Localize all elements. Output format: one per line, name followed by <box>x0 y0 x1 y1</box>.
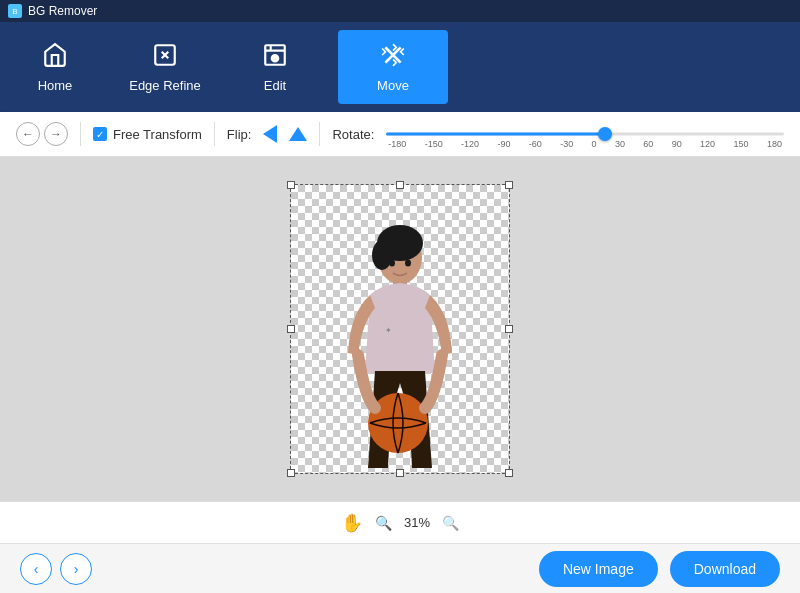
nav-arrows-group: ‹ › <box>20 553 92 585</box>
zoom-level: 31% <box>404 515 430 530</box>
scale-labels: -180 -150 -120 -90 -60 -30 0 30 60 90 12… <box>386 139 784 149</box>
free-transform-group[interactable]: ✓ Free Transform <box>93 127 202 142</box>
move-icon <box>380 42 406 72</box>
toolbar: ← → ✓ Free Transform Flip: Rotate: -180 … <box>0 112 800 157</box>
flip-label: Flip: <box>227 127 252 142</box>
nav-home-label: Home <box>38 78 73 93</box>
nav-move[interactable]: Move <box>338 30 448 104</box>
grab-icon[interactable]: ✋ <box>341 512 363 534</box>
nav-edit-label: Edit <box>264 78 286 93</box>
nav-edge-refine-label: Edge Refine <box>129 78 201 93</box>
nav-home[interactable]: Home <box>0 22 110 112</box>
svg-point-11 <box>405 260 411 267</box>
slider-fill <box>386 133 605 136</box>
action-buttons-group: New Image Download <box>539 551 780 587</box>
title-bar: B BG Remover <box>0 0 800 22</box>
handle-top-middle[interactable] <box>396 181 404 189</box>
new-image-button[interactable]: New Image <box>539 551 658 587</box>
svg-point-7 <box>372 240 392 270</box>
zoom-in-icon[interactable]: 🔍 <box>375 515 392 531</box>
handle-middle-right[interactable] <box>505 325 513 333</box>
undo-button[interactable]: ← <box>16 122 40 146</box>
handle-bottom-right[interactable] <box>505 469 513 477</box>
undo-redo-group: ← → <box>16 122 68 146</box>
home-icon <box>42 42 68 72</box>
handle-bottom-middle[interactable] <box>396 469 404 477</box>
nav-edit[interactable]: Edit <box>220 22 330 112</box>
svg-point-10 <box>389 260 395 267</box>
zoom-out-icon[interactable]: 🔍 <box>442 515 459 531</box>
zoom-bar: ✋ 🔍 31% 🔍 <box>0 501 800 543</box>
separator-2 <box>214 122 215 146</box>
action-bar: ‹ › New Image Download <box>0 543 800 593</box>
edge-refine-icon <box>152 42 178 72</box>
redo-button[interactable]: → <box>44 122 68 146</box>
free-transform-checkbox[interactable]: ✓ <box>93 127 107 141</box>
svg-point-2 <box>272 55 279 62</box>
prev-button[interactable]: ‹ <box>20 553 52 585</box>
canvas-area[interactable]: ✦ <box>0 157 800 501</box>
handle-bottom-left[interactable] <box>287 469 295 477</box>
free-transform-label: Free Transform <box>113 127 202 142</box>
flip-horizontal-button[interactable] <box>263 125 277 143</box>
separator-1 <box>80 122 81 146</box>
app-title: BG Remover <box>28 4 97 18</box>
nav-edge-refine[interactable]: Edge Refine <box>110 22 220 112</box>
nav-move-label: Move <box>377 78 409 93</box>
handle-top-right[interactable] <box>505 181 513 189</box>
rotate-slider-container: -180 -150 -120 -90 -60 -30 0 30 60 90 12… <box>386 119 784 149</box>
slider-track <box>386 133 784 136</box>
subject-image: ✦ <box>320 213 480 473</box>
separator-3 <box>319 122 320 146</box>
rotate-label: Rotate: <box>332 127 374 142</box>
flip-vertical-button[interactable] <box>289 127 307 141</box>
nav-bar: Home Edge Refine Edit Move <box>0 22 800 112</box>
download-button[interactable]: Download <box>670 551 780 587</box>
app-icon: B <box>8 4 22 18</box>
rotate-scale[interactable]: -180 -150 -120 -90 -60 -30 0 30 60 90 12… <box>386 119 784 149</box>
handle-middle-left[interactable] <box>287 325 295 333</box>
handle-top-left[interactable] <box>287 181 295 189</box>
edit-icon <box>262 42 288 72</box>
next-button[interactable]: › <box>60 553 92 585</box>
svg-text:✦: ✦ <box>385 326 392 335</box>
image-container[interactable]: ✦ <box>290 184 510 474</box>
